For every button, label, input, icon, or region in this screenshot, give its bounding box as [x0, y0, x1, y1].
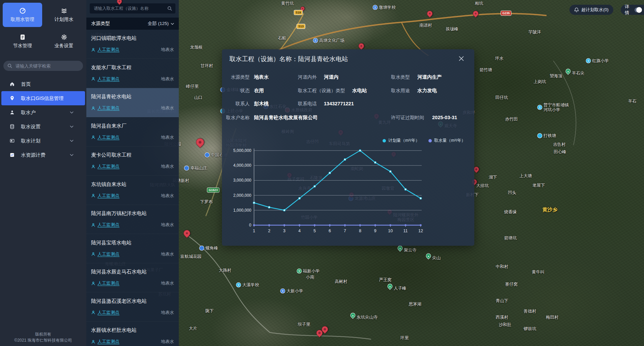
modal-field: 联系人彭木桃 — [222, 100, 269, 107]
search-icon[interactable] — [167, 6, 172, 11]
sidebar-item-intake-settings[interactable]: 取水设置 — [0, 119, 86, 134]
field-value: 水力发电 — [417, 88, 437, 93]
module-water-intake[interactable]: 取用水管理 — [3, 3, 42, 27]
filter-value-dropdown[interactable]: 全部 (125) — [148, 21, 174, 27]
monitor-type-link[interactable]: 人工监测点 — [97, 310, 119, 316]
monitor-type-link[interactable]: 人工监测点 — [97, 163, 119, 169]
sidebar-item-label: 取水口GIS信息管理 — [21, 95, 63, 102]
monitor-type-link[interactable]: 人工监测点 — [97, 280, 119, 286]
poi-marker-blue — [205, 153, 210, 158]
facility-sub-row: 人工监测点地表水 — [91, 339, 174, 345]
module-water-saving[interactable]: 节水管理 — [3, 29, 42, 53]
sidebar-item-intake-plan[interactable]: 取水计划 — [0, 134, 86, 148]
facility-sub-row: 人工监测点地表水 — [91, 193, 174, 199]
sidebar-search — [3, 61, 83, 71]
facility-list-item[interactable]: 陆河县宝塔水电站人工监测点地表水 — [86, 234, 179, 263]
poi-marker-green: ▲ — [386, 283, 393, 290]
map-label: 山口 — [194, 95, 203, 101]
monitor-type-link[interactable]: 人工监测点 — [97, 134, 119, 140]
facility-sub-row: 人工监测点地表水 — [91, 76, 174, 82]
detail-toggle-switch[interactable] — [635, 7, 642, 12]
sidebar: 取用水管理 计划用水 节水管理 业务设置 首页 — [0, 0, 86, 346]
facility-list-item[interactable]: 陆河县水唇走马石水电站人工监测点地表水 — [86, 263, 179, 292]
alert-bell-icon — [574, 7, 579, 12]
facility-name: 麦卡公司取水工程 — [91, 152, 132, 158]
facility-sub-row: 人工监测点地表水 — [91, 163, 174, 169]
close-icon[interactable] — [457, 55, 465, 62]
modal-field: 水源类型地表水 — [222, 74, 269, 80]
intake-map-pin[interactable] — [472, 9, 480, 18]
intake-chart: 01,000,0002,000,0003,000,0004,000,0005,0… — [222, 133, 474, 238]
facility-list-item[interactable]: 陆河县青砼水电站人工监测点地表水 — [86, 88, 179, 117]
map-label: 上大塘 — [519, 173, 532, 179]
map-label: 大路村 — [219, 268, 231, 273]
sidebar-menu: 首页 取水口GIS信息管理 取水户 取水设置 取水计划 — [0, 77, 86, 162]
intake-map-pin[interactable] — [426, 9, 434, 18]
field-value: 水电站 — [352, 88, 367, 93]
facility-list-item[interactable]: 陆河县激石溪老区水电站人工监测点地表水 — [86, 293, 179, 322]
person-icon — [91, 164, 95, 169]
intake-map-pin[interactable] — [357, 42, 365, 50]
monitor-type-link[interactable]: 人工监测点 — [97, 105, 119, 111]
intake-map-pin[interactable] — [194, 136, 206, 148]
modal-field: 取水户名称陆河县青砼水电发展有限公司 — [222, 114, 318, 121]
map-label: 青山下 — [496, 298, 508, 304]
map-label: 陇下 — [205, 308, 214, 314]
map-label: 小南 — [306, 274, 314, 280]
facility-search-input[interactable] — [93, 6, 165, 11]
sidebar-item-home[interactable]: 首页 — [0, 77, 86, 91]
map-label: 下罗布 — [200, 199, 213, 205]
monitor-type-link[interactable]: 人工监测点 — [97, 251, 119, 257]
water-source-type: 地表水 — [161, 193, 174, 199]
monitor-type-link[interactable]: 人工监测点 — [97, 339, 119, 345]
water-source-type: 地表水 — [161, 105, 174, 111]
monitor-type-link[interactable]: 人工监测点 — [97, 222, 119, 228]
field-label: 取水用途 — [391, 87, 410, 94]
map-label: 龙颈根 — [190, 45, 203, 50]
poi-marker-greenc: 文 — [297, 269, 302, 274]
map-label: 坝子里 — [298, 322, 310, 327]
monitor-type-link[interactable]: 人工监测点 — [97, 47, 119, 53]
poi-marker-cyan: 文 — [537, 105, 542, 110]
map-label: 嶂仔里 — [186, 84, 199, 89]
poi-marker-blue: 文 — [280, 289, 285, 294]
map-label: 溜下 — [489, 175, 497, 180]
facility-list-item[interactable]: 麦卡公司取水工程人工监测点地表水 — [86, 147, 179, 176]
facility-list-item[interactable]: 友能水厂取水工程人工监测点地表水 — [86, 59, 179, 88]
sidebar-item-water-users[interactable]: 取水户 — [0, 105, 86, 119]
facility-list-item[interactable]: 水唇镇水栏肚水电站人工监测点地表水 — [86, 322, 179, 346]
sidebar-item-gis-management[interactable]: 取水口GIS信息管理 — [1, 91, 85, 105]
facility-list-item[interactable]: 河口镇唱歌潭水电站人工监测点地表水 — [86, 30, 179, 59]
poi-label: 红旗小学 — [592, 58, 609, 63]
map-label: 严王窝 — [379, 277, 392, 283]
svg-text:3,000,000: 3,000,000 — [233, 178, 252, 183]
monitor-type-link[interactable]: 人工监测点 — [97, 76, 119, 82]
module-business-settings[interactable]: 业务设置 — [44, 29, 84, 53]
map-label: 坪里 — [400, 335, 409, 341]
facility-list-item[interactable]: 陆河县自来水厂人工监测点地表水 — [86, 117, 179, 147]
sidebar-search-input[interactable] — [15, 63, 79, 69]
map-label: 田仔坑 — [495, 95, 508, 101]
facility-name: 陆河县南万镇杞洋水电站 — [91, 210, 147, 217]
map-label: 思茅湖 — [409, 301, 421, 307]
field-label: 取水类型 — [391, 74, 410, 80]
map-label: 南进村 — [419, 23, 432, 28]
facility-name: 友能水厂取水工程 — [91, 64, 132, 71]
map-label: 羊石 — [628, 99, 637, 104]
poi-label: 羊石尖 — [572, 71, 585, 76]
user-icon — [9, 110, 15, 115]
intake-map-pin[interactable] — [182, 229, 192, 238]
poi-label: 聚云寺 — [404, 248, 417, 252]
monitor-type-link[interactable]: 人工监测点 — [97, 193, 119, 199]
card-icon — [9, 138, 15, 143]
over-plan-intake-button[interactable]: 超计划取水(0) — [569, 5, 613, 15]
svg-text:9: 9 — [374, 229, 376, 233]
module-planned-water[interactable]: 计划用水 — [44, 3, 84, 27]
sidebar-item-water-billing[interactable]: 水资源计费 — [0, 148, 86, 162]
facility-list-item[interactable]: 陆河县南万镇杞洋水电站人工监测点地表水 — [86, 205, 179, 234]
water-source-type: 地表水 — [161, 251, 174, 257]
modal-field: 取水类型河道内生产 — [391, 74, 442, 80]
sidebar-item-label: 水资源计费 — [21, 152, 46, 158]
facility-list-item[interactable]: 东坑镇自来水站人工监测点地表水 — [86, 176, 179, 205]
svg-text:4: 4 — [298, 229, 301, 233]
